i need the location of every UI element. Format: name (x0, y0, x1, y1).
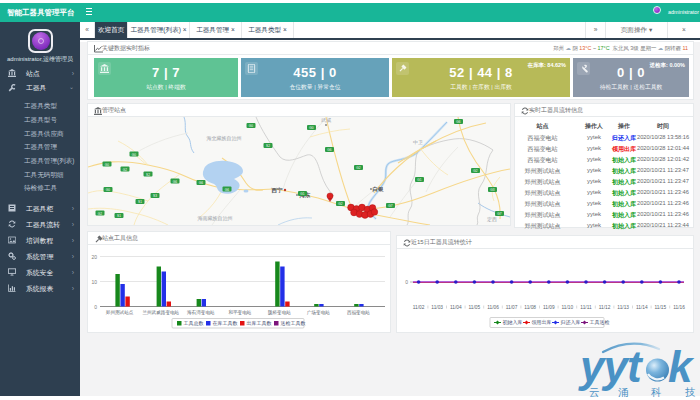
svg-text:广场变电站: 广场变电站 (307, 310, 330, 316)
svg-text:在库工具数: 在库工具数 (213, 320, 238, 326)
svg-text:技: 技 (685, 386, 696, 397)
svg-text:0: 0 (405, 279, 408, 285)
svg-text:兰州武威路变电站: 兰州武威路变电站 (142, 310, 179, 316)
svg-text:初始入库: 初始入库 (503, 319, 523, 326)
svg-text:G6: G6 (327, 148, 331, 152)
svg-text:G6: G6 (456, 120, 460, 124)
svg-text:G0: G0 (249, 124, 253, 128)
svg-text:G1: G1 (417, 178, 421, 182)
svg-text:10: 10 (91, 278, 97, 284)
svg-text:11/14: 11/14 (636, 305, 648, 310)
svg-text:西福变电站: 西福变电站 (347, 310, 370, 316)
svg-text:yyt: yyt (578, 342, 644, 391)
svg-text:中卫: 中卫 (413, 139, 423, 145)
svg-text:G0: G0 (105, 163, 109, 167)
svg-text:S2: S2 (266, 144, 270, 148)
svg-text:涌: 涌 (618, 386, 629, 397)
svg-text:G6: G6 (173, 180, 177, 184)
svg-text:陇桥变电站: 陇桥变电站 (268, 309, 291, 316)
svg-text:G0: G0 (106, 188, 110, 192)
svg-text:G2: G2 (98, 212, 102, 216)
svg-text:白银: 白银 (373, 186, 385, 193)
svg-text:归还入库: 归还入库 (561, 319, 581, 325)
svg-text:11/08: 11/08 (524, 305, 536, 310)
svg-text:11/05: 11/05 (469, 305, 481, 310)
svg-text:G2: G2 (473, 169, 477, 173)
svg-text:定西: 定西 (487, 216, 497, 223)
svg-text:11/16: 11/16 (673, 305, 685, 310)
svg-text:0: 0 (94, 303, 97, 309)
svg-text:G0: G0 (132, 153, 136, 157)
svg-text:海石湾变电站: 海石湾变电站 (187, 310, 215, 316)
svg-text:海北藏族自治州: 海北藏族自治州 (207, 135, 242, 142)
svg-text:11/15: 11/15 (655, 305, 667, 310)
svg-text:G7: G7 (497, 212, 501, 216)
svg-text:送检工具数: 送检工具数 (281, 320, 306, 326)
svg-text:S1: S1 (138, 200, 142, 204)
svg-text:G2: G2 (338, 202, 342, 206)
svg-text:郑州测试站点: 郑州测试站点 (106, 309, 134, 315)
svg-text:科: 科 (651, 386, 662, 397)
svg-text:海南藏族自治州: 海南藏族自治州 (198, 215, 233, 222)
svg-text:G6: G6 (225, 188, 229, 192)
svg-text:11/06: 11/06 (487, 305, 499, 310)
svg-text:G2: G2 (123, 168, 127, 172)
svg-text:11/02: 11/02 (413, 305, 425, 310)
svg-text:k: k (668, 342, 695, 391)
svg-text:和平变电站: 和平变电站 (228, 309, 251, 316)
svg-text:11/11: 11/11 (580, 305, 592, 310)
svg-text:11/09: 11/09 (543, 305, 555, 310)
svg-text:工具送检: 工具送检 (590, 319, 610, 325)
svg-text:G3: G3 (490, 188, 494, 192)
svg-text:出库工具数: 出库工具数 (247, 320, 272, 326)
svg-text:11/13: 11/13 (617, 305, 629, 310)
svg-text:领用出库: 领用出库 (532, 319, 552, 326)
svg-text:西宁: 西宁 (271, 187, 284, 194)
svg-text:云: 云 (589, 386, 600, 397)
svg-text:11/07: 11/07 (506, 305, 518, 310)
svg-text:11/10: 11/10 (562, 305, 574, 310)
svg-text:武威: 武威 (321, 117, 331, 123)
svg-text:11/12: 11/12 (599, 305, 611, 310)
svg-text:工具总数: 工具总数 (184, 320, 204, 326)
svg-text:G0: G0 (309, 126, 313, 130)
svg-text:S3: S3 (153, 194, 157, 198)
svg-text:20: 20 (91, 253, 97, 259)
svg-text:G7: G7 (388, 204, 392, 208)
svg-text:11/04: 11/04 (450, 305, 462, 310)
svg-text:G2: G2 (356, 166, 360, 170)
svg-text:S2: S2 (146, 173, 150, 177)
svg-text:G1: G1 (300, 192, 304, 196)
svg-text:11/03: 11/03 (431, 305, 443, 310)
svg-text:G6: G6 (199, 181, 203, 185)
svg-text:S1: S1 (117, 214, 121, 218)
